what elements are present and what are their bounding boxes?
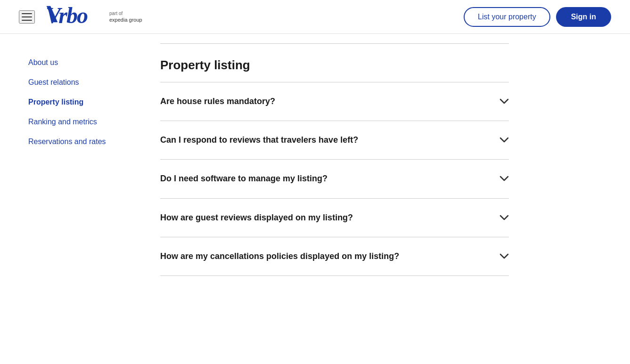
chevron-down-icon [499,251,509,261]
faq-question-text-house-rules: Are house rules mandatory? [160,96,275,107]
faq-question-cancellations-display[interactable]: How are my cancellations policies displa… [160,237,509,275]
faq-question-respond-reviews[interactable]: Can I respond to reviews that travelers … [160,121,509,159]
faq-question-text-cancellations-display: How are my cancellations policies displa… [160,251,399,262]
sidebar-nav: About usGuest relationsProperty listingR… [28,53,132,152]
faq-question-text-guest-reviews-display: How are guest reviews displayed on my li… [160,212,353,224]
top-divider [160,43,509,44]
sidebar-item-ranking-and-metrics[interactable]: Ranking and metrics [28,112,132,132]
faq-question-text-software-manage: Do I need software to manage my listing? [160,173,327,185]
sidebar: About usGuest relationsProperty listingR… [0,43,132,295]
sidebar-item-about-us[interactable]: About us [28,53,132,73]
faq-question-software-manage[interactable]: Do I need software to manage my listing? [160,160,509,198]
faq-item-software-manage: Do I need software to manage my listing? [160,160,509,198]
section-title: Property listing [160,58,509,73]
main-content: About usGuest relationsProperty listingR… [0,34,630,295]
chevron-down-icon [499,97,509,106]
chevron-down-icon [499,174,509,184]
list-property-button[interactable]: List your property [464,7,550,27]
vrbo-logo: Vrbo [44,2,106,32]
faq-item-respond-reviews: Can I respond to reviews that travelers … [160,121,509,160]
header-left: Vrbo part of expedia group [19,2,142,32]
sidebar-item-guest-relations[interactable]: Guest relations [28,73,132,92]
faq-list: Are house rules mandatory? Can I respond… [160,82,509,276]
sidebar-item-reservations-and-rates[interactable]: Reservations and rates [28,132,132,152]
svg-text:Vrbo: Vrbo [46,3,88,28]
sign-in-button[interactable]: Sign in [556,7,611,27]
header-right: List your property Sign in [464,7,611,27]
logo-container[interactable]: Vrbo part of expedia group [44,2,142,32]
faq-question-house-rules[interactable]: Are house rules mandatory? [160,82,509,121]
logo-expedia: expedia group [109,16,142,23]
chevron-down-icon [499,135,509,145]
faq-question-text-respond-reviews: Can I respond to reviews that travelers … [160,134,358,146]
main-header: Vrbo part of expedia group List your pro… [0,0,630,34]
logo-subtitle: part of expedia group [109,10,142,23]
logo-part-of: part of [109,10,142,16]
faq-item-guest-reviews-display: How are guest reviews displayed on my li… [160,199,509,237]
chevron-down-icon [499,213,509,223]
sidebar-item-property-listing[interactable]: Property listing [28,92,132,112]
content-area: Property listing Are house rules mandato… [132,43,537,295]
faq-question-guest-reviews-display[interactable]: How are guest reviews displayed on my li… [160,199,509,237]
faq-item-house-rules: Are house rules mandatory? [160,82,509,121]
faq-item-cancellations-display: How are my cancellations policies displa… [160,237,509,276]
hamburger-menu-button[interactable] [19,10,35,24]
